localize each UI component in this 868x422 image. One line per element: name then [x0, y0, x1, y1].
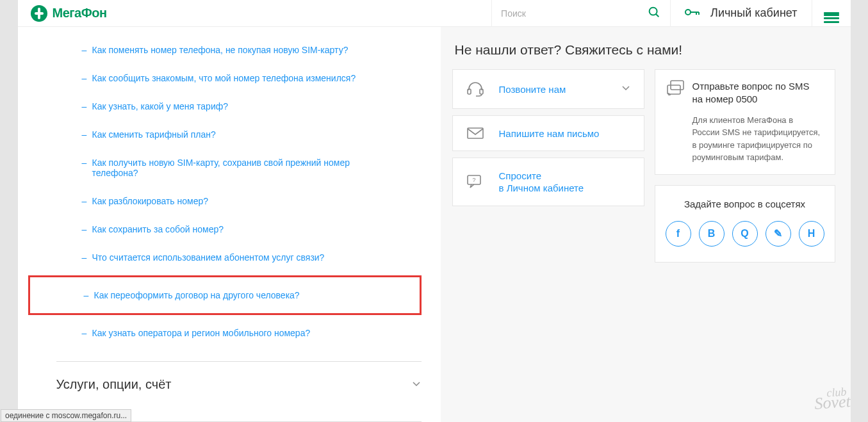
faq-link[interactable]: Как сменить тарифный план? — [82, 129, 216, 140]
mail-icon — [466, 127, 485, 139]
faq-link[interactable]: Как получить новую SIM-карту, сохранив с… — [82, 158, 351, 178]
sms-card: Отправьте вопрос по SMS на номер 0500 Дл… — [655, 69, 835, 175]
write-us-card[interactable]: Напишите нам письмо — [452, 115, 644, 151]
headset-icon — [466, 81, 485, 97]
faq-item[interactable]: –Как сменить тарифный план? — [56, 120, 422, 149]
habr-icon[interactable]: H — [799, 221, 824, 247]
svg-line-1 — [656, 13, 659, 16]
faq-link[interactable]: Как сообщить знакомым, что мой номер тел… — [82, 73, 356, 83]
faq-item[interactable]: –Как узнать оператора и регион мобильног… — [56, 319, 422, 347]
faq-item-highlighted[interactable]: –Как переоформить договор на другого чел… — [28, 275, 422, 315]
faq-list: –Как поменять номер телефона, не покупая… — [56, 36, 422, 347]
faq-link[interactable]: Как узнать, какой у меня тариф? — [82, 101, 229, 111]
personal-cabinet-link[interactable]: Личный кабинет — [671, 0, 812, 26]
vk-icon[interactable]: B — [699, 221, 725, 247]
facebook-icon[interactable]: f — [666, 221, 691, 247]
svg-rect-8 — [468, 128, 483, 138]
faq-item[interactable]: –Как поменять номер телефона, не покупая… — [56, 36, 422, 64]
sms-icon — [667, 80, 685, 98]
contact-column: Не нашли ответ? Свяжитесь с нами! Позвон… — [441, 27, 851, 422]
svg-point-0 — [650, 7, 657, 15]
faq-item[interactable]: –Как получить новую SIM-карту, сохранив … — [56, 149, 422, 187]
chat-question-icon: ? — [466, 174, 485, 190]
faq-link[interactable]: Как сохранить за собой номер? — [82, 224, 224, 234]
header: МегаФон Личный кабинет — [18, 0, 851, 27]
accordion-label: Услуги, опции, счёт — [56, 377, 172, 392]
attach-icon[interactable]: ✎ — [766, 221, 791, 247]
faq-item[interactable]: –Как сообщить знакомым, что мой номер те… — [56, 64, 422, 92]
sms-body: Для клиентов МегаФона в России SMS не та… — [667, 114, 823, 164]
faq-item[interactable]: –Как разблокировать номер? — [56, 187, 422, 215]
faq-item[interactable]: –Как узнать, какой у меня тариф? — [56, 92, 422, 120]
hamburger-icon — [824, 12, 839, 14]
call-us-label: Позвоните нам — [499, 84, 607, 95]
faq-link[interactable]: Как переоформить договор на другого чело… — [84, 290, 300, 300]
chevron-down-icon — [411, 378, 422, 391]
faq-link[interactable]: Что считается использованием абонентом у… — [82, 252, 325, 263]
accordion-services[interactable]: Услуги, опции, счёт — [56, 361, 422, 407]
contact-title: Не нашли ответ? Свяжитесь с нами! — [441, 27, 851, 69]
brand-name: МегаФон — [53, 6, 107, 20]
call-us-card[interactable]: Позвоните нам — [452, 69, 644, 109]
personal-cabinet-label: Личный кабинет — [710, 6, 797, 20]
search-box — [491, 0, 671, 26]
faq-item[interactable]: –Что считается использованием абонентом … — [56, 243, 422, 272]
faq-item[interactable]: –Как сохранить за собой номер? — [56, 215, 422, 243]
ask-cabinet-card[interactable]: ? Спросите в Личном кабинете — [452, 158, 644, 206]
search-icon[interactable] — [647, 5, 661, 22]
browser-status-bar: оединение с moscow.megafon.ru... — [1, 409, 131, 422]
svg-point-2 — [685, 10, 691, 15]
faq-link[interactable]: Как поменять номер телефона, не покупая … — [82, 45, 348, 55]
faq-column: –Как поменять номер телефона, не покупая… — [18, 27, 441, 422]
hamburger-menu[interactable] — [812, 0, 851, 26]
search-input[interactable] — [501, 8, 647, 19]
chevron-down-icon — [621, 83, 631, 95]
svg-text:?: ? — [472, 177, 475, 183]
social-title: Задайте вопрос в соцсетях — [664, 199, 826, 209]
ok-icon[interactable]: Q — [732, 221, 758, 247]
brand-logo-icon — [31, 5, 47, 22]
faq-link[interactable]: Как разблокировать номер? — [82, 196, 209, 206]
social-card: Задайте вопрос в соцсетях f B Q ✎ H — [655, 185, 835, 263]
faq-link[interactable]: Как узнать оператора и регион мобильного… — [82, 328, 311, 338]
ask-cabinet-label: Спросите в Личном кабинете — [499, 170, 631, 193]
sms-title: Отправьте вопрос по SMS на номер 0500 — [692, 80, 810, 106]
write-us-label: Напишите нам письмо — [499, 128, 631, 139]
brand-logo[interactable]: МегаФон — [18, 0, 120, 26]
key-icon — [685, 7, 700, 20]
